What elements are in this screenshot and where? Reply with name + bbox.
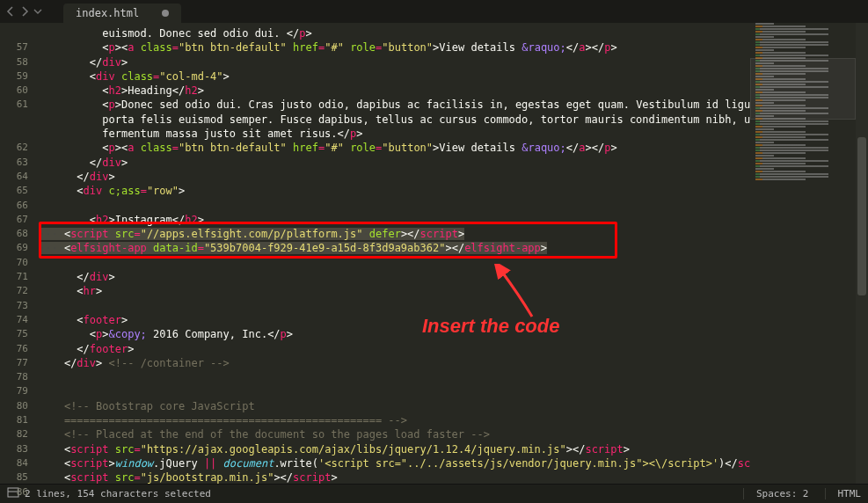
file-tab[interactable]: index.html <box>63 4 181 23</box>
status-selection: 2 lines, 154 characters selected <box>25 488 211 499</box>
dropdown-icon[interactable] <box>33 7 42 16</box>
line-gutter: 5758596061626364656667686970717273747576… <box>0 23 39 484</box>
code-editor[interactable]: euismod. Donec sed odio dui. </p> <p><a … <box>39 23 750 484</box>
status-spaces[interactable]: Spaces: 2 <box>743 488 809 499</box>
vertical-scrollbar[interactable] <box>856 23 868 484</box>
status-bar: 2 lines, 154 characters selected Spaces:… <box>0 484 868 503</box>
status-language[interactable]: HTML <box>825 488 862 499</box>
tab-bar: index.html <box>0 0 868 23</box>
minimap[interactable] <box>750 23 856 484</box>
nav-buttons <box>0 0 47 23</box>
editor-area: 5758596061626364656667686970717273747576… <box>0 23 868 484</box>
minimap-viewport[interactable] <box>750 58 856 120</box>
dirty-indicator-icon <box>162 10 169 17</box>
tab-title: index.html <box>76 7 139 19</box>
forward-icon[interactable] <box>19 6 30 17</box>
scroll-thumb[interactable] <box>857 137 866 295</box>
back-icon[interactable] <box>5 6 16 17</box>
